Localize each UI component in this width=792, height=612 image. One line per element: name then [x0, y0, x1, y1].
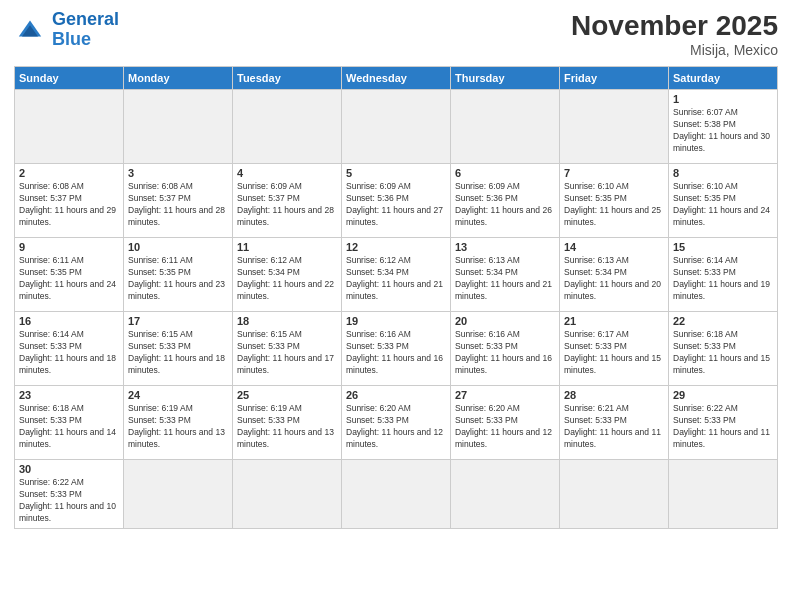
calendar-cell — [669, 460, 778, 529]
day-number: 14 — [564, 241, 664, 253]
day-info: Sunrise: 6:16 AM Sunset: 5:33 PM Dayligh… — [346, 329, 446, 377]
calendar-cell: 6Sunrise: 6:09 AM Sunset: 5:36 PM Daylig… — [451, 164, 560, 238]
calendar-cell — [342, 90, 451, 164]
day-number: 9 — [19, 241, 119, 253]
calendar-cell: 28Sunrise: 6:21 AM Sunset: 5:33 PM Dayli… — [560, 386, 669, 460]
calendar-cell: 2Sunrise: 6:08 AM Sunset: 5:37 PM Daylig… — [15, 164, 124, 238]
header-wednesday: Wednesday — [342, 67, 451, 90]
logo-text: General Blue — [52, 10, 119, 50]
day-info: Sunrise: 6:12 AM Sunset: 5:34 PM Dayligh… — [237, 255, 337, 303]
day-number: 24 — [128, 389, 228, 401]
day-number: 10 — [128, 241, 228, 253]
day-number: 28 — [564, 389, 664, 401]
day-info: Sunrise: 6:19 AM Sunset: 5:33 PM Dayligh… — [237, 403, 337, 451]
calendar-cell: 13Sunrise: 6:13 AM Sunset: 5:34 PM Dayli… — [451, 238, 560, 312]
day-info: Sunrise: 6:12 AM Sunset: 5:34 PM Dayligh… — [346, 255, 446, 303]
weekday-header-row: Sunday Monday Tuesday Wednesday Thursday… — [15, 67, 778, 90]
calendar-cell: 9Sunrise: 6:11 AM Sunset: 5:35 PM Daylig… — [15, 238, 124, 312]
header-monday: Monday — [124, 67, 233, 90]
day-number: 15 — [673, 241, 773, 253]
calendar-cell: 18Sunrise: 6:15 AM Sunset: 5:33 PM Dayli… — [233, 312, 342, 386]
calendar-cell: 26Sunrise: 6:20 AM Sunset: 5:33 PM Dayli… — [342, 386, 451, 460]
day-info: Sunrise: 6:18 AM Sunset: 5:33 PM Dayligh… — [19, 403, 119, 451]
calendar-cell: 21Sunrise: 6:17 AM Sunset: 5:33 PM Dayli… — [560, 312, 669, 386]
calendar-cell: 8Sunrise: 6:10 AM Sunset: 5:35 PM Daylig… — [669, 164, 778, 238]
day-info: Sunrise: 6:11 AM Sunset: 5:35 PM Dayligh… — [128, 255, 228, 303]
day-info: Sunrise: 6:22 AM Sunset: 5:33 PM Dayligh… — [19, 477, 119, 525]
day-info: Sunrise: 6:08 AM Sunset: 5:37 PM Dayligh… — [19, 181, 119, 229]
month-year-title: November 2025 — [571, 10, 778, 42]
logo: General Blue — [14, 10, 119, 50]
calendar-cell: 23Sunrise: 6:18 AM Sunset: 5:33 PM Dayli… — [15, 386, 124, 460]
day-number: 12 — [346, 241, 446, 253]
day-info: Sunrise: 6:08 AM Sunset: 5:37 PM Dayligh… — [128, 181, 228, 229]
calendar-cell — [124, 460, 233, 529]
day-number: 13 — [455, 241, 555, 253]
calendar-page: General Blue November 2025 Misija, Mexic… — [0, 0, 792, 612]
day-info: Sunrise: 6:11 AM Sunset: 5:35 PM Dayligh… — [19, 255, 119, 303]
header-sunday: Sunday — [15, 67, 124, 90]
day-number: 22 — [673, 315, 773, 327]
calendar-cell: 11Sunrise: 6:12 AM Sunset: 5:34 PM Dayli… — [233, 238, 342, 312]
day-number: 1 — [673, 93, 773, 105]
day-number: 20 — [455, 315, 555, 327]
calendar-cell: 22Sunrise: 6:18 AM Sunset: 5:33 PM Dayli… — [669, 312, 778, 386]
day-info: Sunrise: 6:14 AM Sunset: 5:33 PM Dayligh… — [19, 329, 119, 377]
location-subtitle: Misija, Mexico — [571, 42, 778, 58]
day-info: Sunrise: 6:09 AM Sunset: 5:36 PM Dayligh… — [455, 181, 555, 229]
calendar-cell — [233, 90, 342, 164]
day-number: 18 — [237, 315, 337, 327]
calendar-cell: 1Sunrise: 6:07 AM Sunset: 5:38 PM Daylig… — [669, 90, 778, 164]
calendar-cell: 16Sunrise: 6:14 AM Sunset: 5:33 PM Dayli… — [15, 312, 124, 386]
day-number: 11 — [237, 241, 337, 253]
calendar-cell — [560, 460, 669, 529]
day-number: 25 — [237, 389, 337, 401]
day-info: Sunrise: 6:09 AM Sunset: 5:37 PM Dayligh… — [237, 181, 337, 229]
day-info: Sunrise: 6:13 AM Sunset: 5:34 PM Dayligh… — [564, 255, 664, 303]
calendar-cell — [451, 90, 560, 164]
calendar-cell — [233, 460, 342, 529]
day-number: 5 — [346, 167, 446, 179]
calendar-cell: 10Sunrise: 6:11 AM Sunset: 5:35 PM Dayli… — [124, 238, 233, 312]
day-number: 16 — [19, 315, 119, 327]
calendar-cell: 27Sunrise: 6:20 AM Sunset: 5:33 PM Dayli… — [451, 386, 560, 460]
calendar-cell: 15Sunrise: 6:14 AM Sunset: 5:33 PM Dayli… — [669, 238, 778, 312]
day-info: Sunrise: 6:10 AM Sunset: 5:35 PM Dayligh… — [673, 181, 773, 229]
day-info: Sunrise: 6:20 AM Sunset: 5:33 PM Dayligh… — [346, 403, 446, 451]
day-number: 7 — [564, 167, 664, 179]
day-number: 4 — [237, 167, 337, 179]
day-number: 23 — [19, 389, 119, 401]
calendar-cell: 3Sunrise: 6:08 AM Sunset: 5:37 PM Daylig… — [124, 164, 233, 238]
day-info: Sunrise: 6:18 AM Sunset: 5:33 PM Dayligh… — [673, 329, 773, 377]
title-block: November 2025 Misija, Mexico — [571, 10, 778, 58]
day-number: 2 — [19, 167, 119, 179]
calendar-cell: 29Sunrise: 6:22 AM Sunset: 5:33 PM Dayli… — [669, 386, 778, 460]
header-friday: Friday — [560, 67, 669, 90]
calendar-cell: 14Sunrise: 6:13 AM Sunset: 5:34 PM Dayli… — [560, 238, 669, 312]
day-number: 8 — [673, 167, 773, 179]
header-thursday: Thursday — [451, 67, 560, 90]
logo-general: General — [52, 9, 119, 29]
day-info: Sunrise: 6:17 AM Sunset: 5:33 PM Dayligh… — [564, 329, 664, 377]
calendar-cell — [451, 460, 560, 529]
calendar-cell: 4Sunrise: 6:09 AM Sunset: 5:37 PM Daylig… — [233, 164, 342, 238]
day-info: Sunrise: 6:14 AM Sunset: 5:33 PM Dayligh… — [673, 255, 773, 303]
calendar-cell: 24Sunrise: 6:19 AM Sunset: 5:33 PM Dayli… — [124, 386, 233, 460]
day-info: Sunrise: 6:13 AM Sunset: 5:34 PM Dayligh… — [455, 255, 555, 303]
calendar-cell — [560, 90, 669, 164]
calendar-cell — [342, 460, 451, 529]
day-number: 3 — [128, 167, 228, 179]
day-info: Sunrise: 6:19 AM Sunset: 5:33 PM Dayligh… — [128, 403, 228, 451]
header-tuesday: Tuesday — [233, 67, 342, 90]
calendar-cell — [124, 90, 233, 164]
day-number: 27 — [455, 389, 555, 401]
day-number: 6 — [455, 167, 555, 179]
calendar-table: Sunday Monday Tuesday Wednesday Thursday… — [14, 66, 778, 529]
day-info: Sunrise: 6:10 AM Sunset: 5:35 PM Dayligh… — [564, 181, 664, 229]
page-header: General Blue November 2025 Misija, Mexic… — [14, 10, 778, 58]
day-number: 17 — [128, 315, 228, 327]
day-number: 26 — [346, 389, 446, 401]
day-info: Sunrise: 6:09 AM Sunset: 5:36 PM Dayligh… — [346, 181, 446, 229]
calendar-cell — [15, 90, 124, 164]
day-number: 19 — [346, 315, 446, 327]
